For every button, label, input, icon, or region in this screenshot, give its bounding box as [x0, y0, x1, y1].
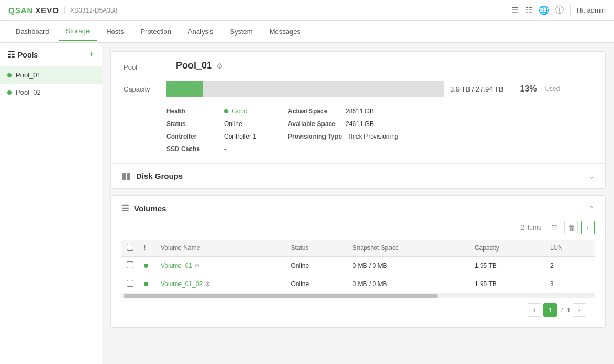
health-dot — [224, 109, 228, 113]
globe-icon[interactable]: 🌐 — [539, 5, 549, 15]
disk-groups-icon: ▮▮ — [121, 171, 131, 181]
nav-hosts[interactable]: Hosts — [99, 22, 131, 41]
sidebar-item-pool02[interactable]: Pool_02 — [0, 84, 102, 101]
main-content: Pool Pool_01 ⚙ Capacity 3.9 TB / 27.94 T… — [102, 43, 614, 364]
volumes-section-header[interactable]: ☰ Volumes ⌃ — [111, 196, 605, 221]
ssd-cache-key: SSD Cache — [166, 145, 219, 153]
nav-protection[interactable]: Protection — [133, 22, 178, 41]
pagination-current-page[interactable]: 1 — [543, 303, 557, 317]
layout: ☶ Pools + Pool_01 Pool_02 Pool Pool_01 — [0, 43, 614, 364]
row2-checkbox[interactable] — [127, 280, 133, 287]
pool-info: Pool Pool_01 ⚙ Capacity 3.9 TB / 27.94 T… — [111, 52, 605, 163]
pool01-label: Pool_01 — [16, 71, 41, 79]
volume01-02-name: Volume_01_02 — [161, 280, 203, 288]
volume01-02-link[interactable]: Volume_01_02 ⚙ — [161, 280, 280, 288]
table-row: Volume_01_02 ⚙ Online 0 MB / 0 MB 1.95 T… — [121, 275, 595, 293]
col-status: Status — [285, 240, 347, 257]
pagination-prev-button[interactable]: ‹ — [528, 303, 541, 317]
row2-status-dot — [144, 282, 148, 286]
add-pool-button[interactable]: + — [88, 49, 94, 60]
capacity-row: Capacity 3.9 TB / 27.94 TB 13% Used — [124, 81, 593, 97]
details-col-left: Health Good Status Online Controller — [166, 108, 256, 153]
volumes-chevron-icon: ⌃ — [588, 204, 595, 213]
table-header-row: ! Volume Name Status Snapshot Space Capa… — [121, 240, 595, 257]
pools-icon: ☶ — [7, 50, 15, 60]
items-count: 2 items — [521, 224, 541, 231]
nav-analysis[interactable]: Analysis — [181, 22, 220, 41]
volumes-title: ☰ Volumes — [121, 203, 166, 213]
controller-val: Controller 1 — [224, 133, 256, 140]
row2-checkbox-cell — [121, 275, 139, 293]
grid-icon[interactable]: ☷ — [525, 5, 532, 15]
capacity-bar — [166, 81, 444, 97]
volume01-settings-icon[interactable]: ⚙ — [194, 262, 200, 269]
pagination-separator: / — [559, 306, 565, 314]
row1-capacity-cell: 1.95 TB — [470, 257, 545, 275]
volumes-table-scroll[interactable]: ! Volume Name Status Snapshot Space Capa… — [121, 240, 595, 293]
topbar-right: ☰ ☷ 🌐 ⓘ Hi, admin — [511, 5, 606, 16]
scrollbar-thumb — [124, 294, 438, 298]
row2-name-cell: Volume_01_02 ⚙ — [155, 275, 285, 293]
topbar-user: Hi, admin — [577, 6, 606, 14]
actual-space-val: 28611 GB — [345, 108, 374, 115]
pool-label: Pool — [124, 60, 160, 71]
disk-groups-label: Disk Groups — [136, 172, 183, 180]
filter-icon[interactable]: ☰ — [511, 5, 519, 15]
row1-status-cell: Online — [285, 257, 347, 275]
row1-lun-cell: 2 — [545, 257, 595, 275]
add-volume-button[interactable]: + — [581, 221, 595, 234]
pool-details: Health Good Status Online Controller — [124, 108, 593, 153]
delete-volumes-button[interactable]: 🗑 — [564, 221, 578, 234]
sidebar-title-label: Pools — [18, 51, 38, 59]
nav-system[interactable]: System — [222, 22, 260, 41]
pagination-next-button[interactable]: › — [573, 303, 586, 317]
pagination: ‹ 1 / 1 › — [121, 298, 595, 319]
volumes-table: ! Volume Name Status Snapshot Space Capa… — [121, 240, 595, 293]
row2-capacity-cell: 1.95 TB — [470, 275, 545, 293]
detail-provisioning-type: Provisioning Type Thick Provisioning — [288, 133, 398, 140]
table-row: Volume_01 ⚙ Online 0 MB / 0 MB 1.95 TB 2 — [121, 257, 595, 275]
detail-status: Status Online — [166, 120, 256, 128]
capacity-text: 3.9 TB / 27.94 TB — [450, 85, 503, 93]
horizontal-scrollbar[interactable] — [121, 293, 595, 298]
navbar: Dashboard Storage Hosts Protection Analy… — [0, 21, 614, 43]
select-all-checkbox[interactable] — [127, 244, 133, 251]
col-capacity: Capacity — [470, 240, 545, 257]
logo-xevo: XEVO — [35, 6, 59, 15]
row1-name-cell: Volume_01 ⚙ — [155, 257, 285, 275]
nav-messages[interactable]: Messages — [262, 22, 308, 41]
topbar-divider — [570, 5, 571, 16]
pool-header: Pool_01 ⚙ — [176, 60, 223, 71]
volumes-icon: ☰ — [121, 203, 129, 213]
row1-status-dot — [144, 264, 148, 268]
row1-checkbox[interactable] — [127, 261, 133, 268]
ssd-cache-val: - — [224, 145, 226, 153]
pool02-status-dot — [7, 90, 12, 95]
provisioning-type-key: Provisioning Type — [288, 133, 342, 140]
volumes-toolbar: 2 items ☷ 🗑 + — [121, 221, 595, 234]
volume01-link[interactable]: Volume_01 ⚙ — [161, 262, 280, 269]
sidebar-title: ☶ Pools — [7, 50, 38, 60]
health-val: Good — [224, 108, 248, 115]
detail-ssd-cache: SSD Cache - — [166, 145, 256, 153]
nav-storage[interactable]: Storage — [59, 22, 97, 41]
disk-groups-title: ▮▮ Disk Groups — [121, 171, 183, 181]
sidebar-item-pool01[interactable]: Pool_01 — [0, 66, 102, 84]
volume01-02-settings-icon[interactable]: ⚙ — [205, 280, 210, 288]
col-snapshot-space: Snapshot Space — [348, 240, 470, 257]
logo-qsan: QSAN — [8, 6, 33, 15]
sidebar-header: ☶ Pools + — [0, 43, 102, 66]
volumes-label: Volumes — [134, 204, 166, 213]
volume01-name: Volume_01 — [161, 262, 192, 269]
row2-snapshot-cell: 0 MB / 0 MB — [348, 275, 470, 293]
filter-volumes-button[interactable]: ☷ — [548, 221, 561, 234]
pool-settings-icon[interactable]: ⚙ — [216, 62, 223, 70]
row2-status-cell: Online — [285, 275, 347, 293]
disk-groups-section-header[interactable]: ▮▮ Disk Groups ⌄ — [111, 163, 605, 188]
actual-space-key: Actual Space — [288, 108, 340, 115]
help-icon[interactable]: ⓘ — [555, 5, 564, 16]
nav-dashboard[interactable]: Dashboard — [8, 22, 57, 41]
row2-lun-cell: 3 — [545, 275, 595, 293]
topbar: QSAN XEVO XS3312-D5A338 ☰ ☷ 🌐 ⓘ Hi, admi… — [0, 0, 614, 21]
pool-info-card: Pool Pool_01 ⚙ Capacity 3.9 TB / 27.94 T… — [110, 51, 606, 189]
